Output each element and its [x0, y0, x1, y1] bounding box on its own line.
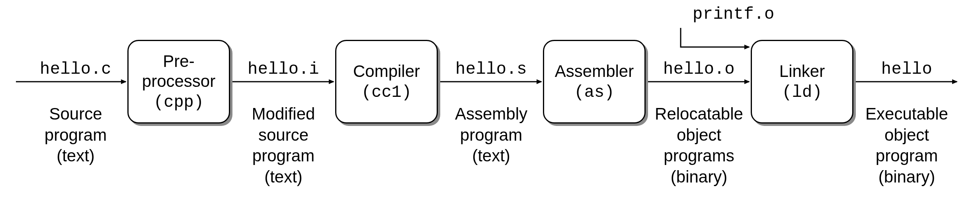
- stage-linker: Linker (ld): [751, 40, 853, 124]
- stage2-tool: (as): [574, 83, 615, 102]
- stage0-tool: (cpp): [154, 93, 204, 112]
- stage1-tool: (cc1): [361, 83, 412, 102]
- stage2-title: Assembler: [555, 61, 634, 81]
- stage0-title: Pre-processor: [142, 51, 215, 91]
- stage3-title: Linker: [779, 61, 825, 81]
- stage-compiler: Compiler (cc1): [335, 40, 438, 124]
- stage1-title: Compiler: [353, 61, 420, 81]
- arrow3-desc: Relocatableobjectprograms(binary): [643, 104, 755, 187]
- arrow1-file: hello.i: [232, 60, 335, 79]
- arrow4-desc: Executableobjectprogram(binary): [851, 104, 962, 187]
- arrow0-file: hello.c: [24, 60, 127, 79]
- arrow2-desc: Assemblyprogram(text): [435, 104, 547, 167]
- arrow1-desc: Modifiedsourceprogram(text): [228, 104, 339, 187]
- stage-assembler: Assembler (as): [543, 40, 646, 124]
- arrow0-desc: Sourceprogram(text): [20, 104, 131, 167]
- arrow4-file: hello: [855, 60, 959, 79]
- stage3-tool: (ld): [782, 83, 822, 102]
- arrow3-file: hello.o: [647, 60, 751, 79]
- compilation-pipeline-diagram: printf.o hello.c Sourceprogram(text) Pre…: [0, 0, 980, 212]
- external-input-file: printf.o: [693, 5, 788, 24]
- stage-preprocessor: Pre-processor (cpp): [127, 40, 230, 124]
- arrow2-file: hello.s: [439, 60, 543, 79]
